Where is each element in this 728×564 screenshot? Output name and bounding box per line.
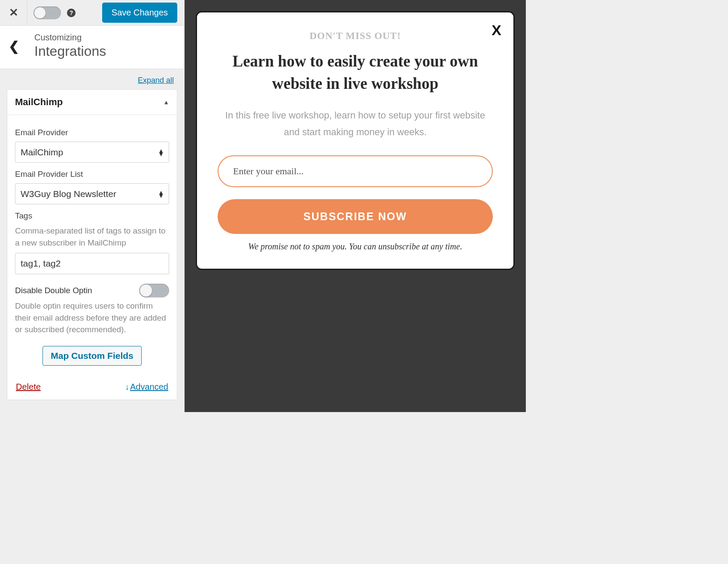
back-icon[interactable]: ❮ — [9, 39, 19, 54]
double-optin-row: Disable Double Optin — [15, 284, 169, 297]
tags-label: Tags — [15, 211, 169, 221]
breadcrumb: Customizing — [34, 33, 106, 42]
popup-subtext: In this free live workshop, learn how to… — [218, 107, 493, 141]
close-icon[interactable]: ✕ — [9, 6, 18, 19]
customizer-sidebar: ✕ ? Save Changes ❮ Customizing Integrati… — [0, 0, 185, 412]
save-button[interactable]: Save Changes — [102, 3, 177, 23]
back-cell: ❮ — [0, 39, 27, 54]
integration-card: MailChimp ▲ Email Provider MailChimp ▲▼ … — [7, 89, 177, 400]
customizer-topbar: ✕ ? Save Changes — [0, 0, 184, 26]
provider-label: Email Provider — [15, 128, 169, 137]
tags-input[interactable] — [15, 253, 169, 274]
preview-toggle-wrap: ? — [27, 6, 102, 19]
page-title: Integrations — [34, 43, 106, 59]
popup-subscribe-button[interactable]: SUBSCRIBE NOW — [218, 199, 493, 234]
popup-headline: Learn how to easily create your own webs… — [218, 50, 493, 95]
double-optin-label: Disable Double Optin — [15, 286, 92, 295]
expand-all-link[interactable]: Expand all — [138, 76, 174, 85]
provider-select[interactable]: MailChimp — [15, 142, 169, 163]
accordion-body: Email Provider MailChimp ▲▼ Email Provid… — [7, 115, 177, 374]
advanced-link[interactable]: Advanced — [130, 382, 168, 391]
list-select-wrap: W3Guy Blog Newsletter ▲▼ — [15, 183, 169, 204]
optin-popup: X DON'T MISS OUT! Learn how to easily cr… — [196, 11, 515, 270]
list-select[interactable]: W3Guy Blog Newsletter — [15, 183, 169, 204]
popup-kicker: DON'T MISS OUT! — [218, 30, 493, 42]
provider-select-wrap: MailChimp ▲▼ — [15, 142, 169, 163]
help-icon[interactable]: ? — [67, 9, 76, 17]
map-custom-fields-button[interactable]: Map Custom Fields — [42, 346, 142, 366]
expand-all-row: Expand all — [0, 69, 184, 89]
popup-close-icon[interactable]: X — [491, 22, 501, 39]
advanced-wrap: ↓Advanced — [125, 382, 168, 392]
down-arrow-icon: ↓ — [125, 382, 129, 391]
toggle-knob — [34, 7, 46, 18]
section-header: ❮ Customizing Integrations — [0, 26, 184, 69]
list-label: Email Provider List — [15, 170, 169, 179]
popup-fineprint: We promise not to spam you. You can unsu… — [218, 242, 493, 252]
accordion-header[interactable]: MailChimp ▲ — [7, 90, 177, 115]
close-customizer-cell: ✕ — [0, 0, 27, 25]
collapse-icon: ▲ — [163, 99, 169, 106]
live-preview-area: X DON'T MISS OUT! Learn how to easily cr… — [185, 0, 526, 412]
tags-help: Comma-separated list of tags to assign t… — [15, 225, 169, 249]
double-optin-help: Double optin requires users to confirm t… — [15, 300, 169, 336]
delete-link[interactable]: Delete — [16, 382, 41, 392]
card-footer: Delete ↓Advanced — [7, 374, 177, 400]
preview-toggle[interactable] — [33, 6, 61, 19]
toggle-knob — [140, 285, 152, 297]
section-titles: Customizing Integrations — [27, 33, 106, 59]
double-optin-toggle[interactable] — [139, 284, 169, 297]
accordion-title: MailChimp — [15, 97, 63, 108]
popup-email-input[interactable] — [218, 155, 493, 187]
